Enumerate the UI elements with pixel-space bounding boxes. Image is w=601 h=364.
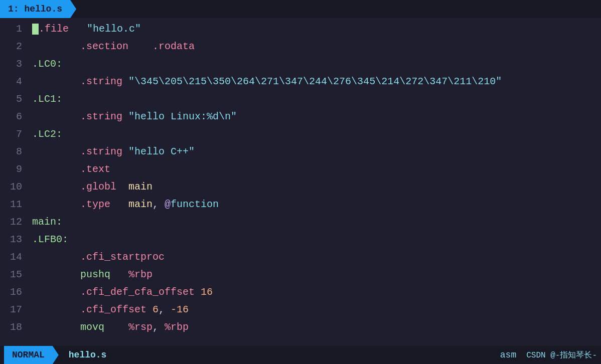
editor: 1: hello.s 1.file "hello.c"2 .section .r… xyxy=(0,0,601,364)
token-white xyxy=(116,181,128,193)
line-content: .string "hello Linux:%d\n" xyxy=(30,111,601,122)
line-number: 12 xyxy=(0,216,30,228)
line-content: .LC1: xyxy=(30,93,601,105)
line-content: pushq %rbp xyxy=(30,269,601,280)
token-white xyxy=(32,111,80,122)
line-content: .cfi_offset 6, -16 xyxy=(30,304,601,315)
line-number: 7 xyxy=(0,128,30,140)
line-content: .string "\345\205\215\350\264\271\347\24… xyxy=(30,76,601,87)
token-function: function xyxy=(171,199,219,210)
token-white xyxy=(32,321,80,333)
token-white xyxy=(195,286,201,298)
token-white: , xyxy=(159,304,171,315)
line-number: 8 xyxy=(0,146,30,157)
token-directive: .string xyxy=(80,146,122,157)
token-label: .LFB0: xyxy=(32,234,68,245)
code-line: 12main: xyxy=(0,213,601,231)
line-content: .type main, @function xyxy=(30,199,601,210)
right-status: asm CSDN @-指知琴长- xyxy=(500,350,597,360)
code-line: 18 movq %rsp, %rbp xyxy=(0,318,601,336)
line-number: 18 xyxy=(0,321,30,333)
line-content: main: xyxy=(30,216,601,228)
token-directive: .section xyxy=(80,41,128,52)
code-line: 3.LC0: xyxy=(0,55,601,73)
token-directive: .cfi_def_cfa_offset xyxy=(80,286,195,298)
token-pushq: pushq xyxy=(80,269,110,280)
line-number: 9 xyxy=(0,163,30,175)
token-white xyxy=(104,321,128,333)
line-number: 5 xyxy=(0,93,30,105)
line-number: 14 xyxy=(0,251,30,263)
token-white: , xyxy=(153,321,165,333)
line-number: 4 xyxy=(0,76,30,87)
line-content: .LC0: xyxy=(30,58,601,70)
mode-badge: NORMAL hello.s xyxy=(4,346,106,364)
code-line: 4 .string "\345\205\215\350\264\271\347\… xyxy=(0,73,601,90)
code-line: 5.LC1: xyxy=(0,90,601,108)
token-white xyxy=(122,146,128,157)
code-line: 16 .cfi_def_cfa_offset 16 xyxy=(0,283,601,301)
line-number: 2 xyxy=(0,41,30,52)
code-line: 14 .cfi_startproc xyxy=(0,248,601,266)
code-line: 17 .cfi_offset 6, -16 xyxy=(0,301,601,318)
line-content: .cfi_def_cfa_offset 16 xyxy=(30,286,601,298)
code-line: 2 .section .rodata xyxy=(0,38,601,55)
token-directive: .type xyxy=(80,199,110,210)
token-directive: .rodata xyxy=(153,41,195,52)
token-label: .LC0: xyxy=(32,58,62,70)
token-label: .LC1: xyxy=(32,93,62,105)
token-register: %rsp xyxy=(128,321,153,333)
code-line: 15 pushq %rbp xyxy=(0,266,601,283)
token-string: "\345\205\215\350\264\271\347\244\276\34… xyxy=(128,76,502,87)
cursor-block xyxy=(32,24,39,35)
token-number: 6 xyxy=(153,304,159,315)
line-number: 6 xyxy=(0,111,30,122)
token-white xyxy=(32,304,80,315)
token-at: @ xyxy=(165,199,171,210)
token-white xyxy=(122,111,128,122)
token-white xyxy=(32,41,80,52)
line-number: 11 xyxy=(0,199,30,210)
token-string: "hello Linux:%d\n" xyxy=(128,111,237,122)
token-white xyxy=(32,286,80,298)
token-yellow: main xyxy=(128,181,153,193)
token-white xyxy=(122,76,128,87)
tab-hello-s[interactable]: 1: hello.s xyxy=(0,0,76,18)
token-string: "hello C++" xyxy=(128,146,195,157)
line-number: 15 xyxy=(0,269,30,280)
token-label: .LC2: xyxy=(32,128,62,140)
code-line: 11 .type main, @function xyxy=(0,196,601,213)
code-area: 1.file "hello.c"2 .section .rodata3.LC0:… xyxy=(0,18,601,346)
line-number: 3 xyxy=(0,58,30,70)
token-white xyxy=(110,269,128,280)
mode-label: NORMAL xyxy=(4,346,59,364)
code-line: 9 .text xyxy=(0,160,601,178)
line-number: 10 xyxy=(0,181,30,193)
line-content: .LC2: xyxy=(30,128,601,140)
token-number: -16 xyxy=(171,304,189,315)
token-white xyxy=(32,76,80,87)
code-line: 13.LFB0: xyxy=(0,231,601,248)
code-line: 1.file "hello.c" xyxy=(0,20,601,38)
token-yellow: main xyxy=(128,199,153,210)
line-content: movq %rsp, %rbp xyxy=(30,321,601,333)
status-filename: hello.s xyxy=(69,350,107,360)
token-white xyxy=(32,251,80,263)
token-white xyxy=(146,304,153,315)
line-content: .string "hello C++" xyxy=(30,146,601,157)
code-line: 6 .string "hello Linux:%d\n" xyxy=(0,108,601,125)
token-white xyxy=(32,199,80,210)
line-content: .cfi_startproc xyxy=(30,251,601,263)
token-white: , xyxy=(153,199,165,210)
token-directive: .cfi_offset xyxy=(80,304,146,315)
token-directive: .string xyxy=(80,111,122,122)
line-number: 17 xyxy=(0,304,30,315)
tab-label: 1: hello.s xyxy=(8,4,62,14)
filetype-label: asm xyxy=(500,350,516,360)
code-line: 8 .string "hello C++" xyxy=(0,143,601,160)
line-content: .globl main xyxy=(30,181,601,193)
line-content: .LFB0: xyxy=(30,234,601,245)
token-white xyxy=(110,199,128,210)
token-register: %rbp xyxy=(165,321,189,333)
token-pushq: movq xyxy=(80,321,104,333)
